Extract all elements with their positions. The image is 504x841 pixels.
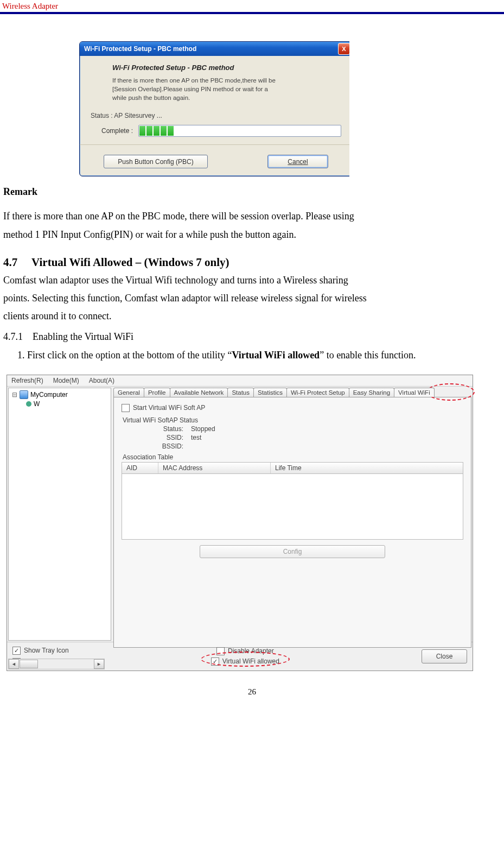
tab-wps[interactable]: Wi-Fi Protect Setup xyxy=(286,388,349,397)
utility-window-figure: Refresh(R) Mode(M) About(A) ⊟ MyComputer… xyxy=(7,375,501,671)
col-aid: AID xyxy=(122,463,158,473)
section-4-7-1-title: 4.7.1 Enabling the Virtual WiFi xyxy=(3,328,501,346)
tab-statistics[interactable]: Statistics xyxy=(253,388,287,397)
pbc-complete-row: Complete : xyxy=(91,125,341,137)
section-4-7-title: 4.7 Virtual Wifi Allowed – (Windows 7 on… xyxy=(3,256,501,269)
tree-adapter[interactable]: W xyxy=(26,400,107,408)
scroll-thumb[interactable] xyxy=(20,660,38,668)
device-tree[interactable]: ⊟ MyComputer W xyxy=(8,388,111,641)
menu-mode[interactable]: Mode(M) xyxy=(53,377,79,384)
step-1: First click on the option at the bottom … xyxy=(27,347,501,364)
association-table-header: AID MAC Address Life Time xyxy=(122,462,463,474)
pbc-dialog-window: Wi-Fi Protected Setup - PBC method X Wi-… xyxy=(79,41,349,176)
association-table: Association Table AID MAC Address Life T… xyxy=(122,453,463,540)
tab-bar: General Profile Available Network Status… xyxy=(113,388,471,397)
pbc-dialog-title: Wi-Fi Protected Setup - PBC method xyxy=(82,45,338,53)
pbc-progressbar xyxy=(138,125,341,137)
sec47-p3: clients around it to connect. xyxy=(3,307,501,325)
close-button[interactable]: Close xyxy=(422,649,467,663)
utility-menubar: Refresh(R) Mode(M) About(A) xyxy=(7,375,473,387)
remark-heading: Remark xyxy=(3,186,501,198)
tab-virtual-wifi[interactable]: Virtual WiFi xyxy=(394,388,435,397)
pbc-dialog-titlebar: Wi-Fi Protected Setup - PBC method X xyxy=(80,42,349,56)
config-button[interactable]: Config xyxy=(200,545,385,558)
virtual-wifi-panel: Start Virtual WiFi Soft AP Virtual WiFi … xyxy=(113,397,471,648)
close-icon[interactable]: X xyxy=(338,43,349,55)
checkbox-icon[interactable]: ✓ xyxy=(211,657,219,666)
product-name: Wireless Adapter xyxy=(2,2,58,11)
pbc-button[interactable]: Push Button Config (PBC) xyxy=(104,155,208,168)
remark-line1: If there is more than one AP on the PBC … xyxy=(3,207,501,225)
checkbox-icon[interactable] xyxy=(122,404,130,412)
adapter-icon xyxy=(26,401,31,407)
checkbox-icon[interactable] xyxy=(216,647,225,655)
tab-profile[interactable]: Profile xyxy=(144,388,170,397)
steps-list: First click on the option at the bottom … xyxy=(3,347,501,364)
pbc-dialog-figure: Wi-Fi Protected Setup - PBC method X Wi-… xyxy=(79,41,501,176)
tab-status[interactable]: Status xyxy=(227,388,254,397)
pbc-dialog-subtitle: Wi-Fi Protected Setup - PBC method xyxy=(112,64,341,72)
scroll-left-icon[interactable]: ◄ xyxy=(9,659,19,669)
col-lifetime: Life Time xyxy=(271,463,463,473)
tab-easy-sharing[interactable]: Easy Sharing xyxy=(349,388,394,397)
utility-footer: ✓ Show Tray Icon Radio Off Disable Adapt… xyxy=(7,642,473,671)
pbc-dialog-desc: If there is more then one AP on the PBC … xyxy=(112,76,341,102)
tree-root[interactable]: ⊟ MyComputer xyxy=(12,390,107,399)
show-tray-icon-row[interactable]: ✓ Show Tray Icon xyxy=(12,647,69,655)
start-softap-row[interactable]: Start Virtual WiFi Soft AP xyxy=(122,404,463,412)
checkbox-icon[interactable]: ✓ xyxy=(12,647,21,655)
disable-adapter-row[interactable]: Disable Adapter xyxy=(216,647,274,655)
softap-status-grid: Status:Stopped SSID:test BSSID: xyxy=(154,425,463,450)
tab-available-network[interactable]: Available Network xyxy=(170,388,228,397)
utility-window: Refresh(R) Mode(M) About(A) ⊟ MyComputer… xyxy=(7,375,473,671)
page-body: Wi-Fi Protected Setup - PBC method X Wi-… xyxy=(0,14,504,707)
remark-line2: method 1 PIN Input Config(PIN) or wait f… xyxy=(3,226,501,244)
sec47-p1: Comfast wlan adaptor uses the Virtual Wi… xyxy=(3,271,501,289)
pbc-complete-label: Complete : xyxy=(91,127,133,135)
col-mac: MAC Address xyxy=(158,463,271,473)
association-table-title: Association Table xyxy=(123,453,463,461)
softap-status-heading: Virtual WiFi SoftAP Status xyxy=(123,416,463,424)
association-table-body xyxy=(122,474,463,540)
menu-refresh[interactable]: Refresh(R) xyxy=(11,377,43,384)
cancel-button[interactable]: Cancel xyxy=(267,155,328,168)
virtual-wifi-allowed-row[interactable]: ✓ Virtual WiFi allowed xyxy=(211,657,279,666)
pbc-status: Status : AP Sitesurvey ... xyxy=(91,112,341,119)
page-header: Wireless Adapter xyxy=(0,0,504,14)
sec47-p2: points. Selecting this function, Comfast… xyxy=(3,289,501,307)
menu-about[interactable]: About(A) xyxy=(89,377,114,384)
tab-general[interactable]: General xyxy=(113,388,144,397)
page-number: 26 xyxy=(3,687,501,697)
computer-icon xyxy=(20,390,28,399)
